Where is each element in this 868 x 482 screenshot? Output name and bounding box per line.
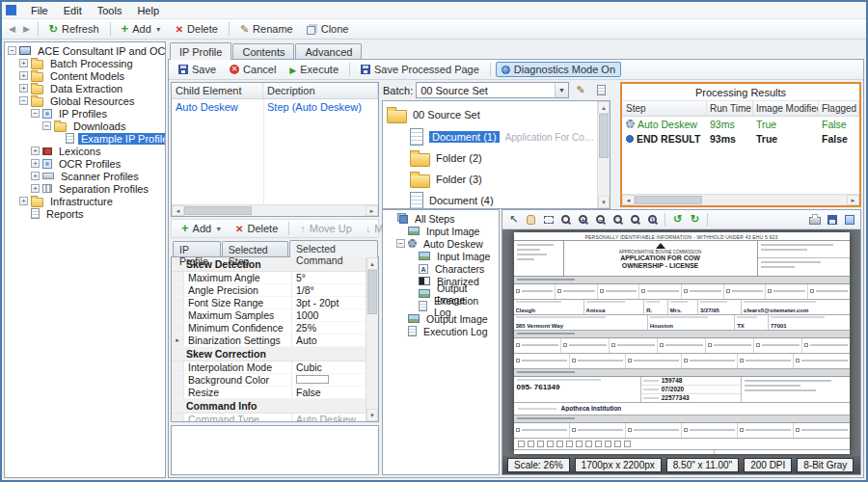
execute-button[interactable]: Execute xyxy=(284,62,344,77)
property-row-maximum-angle[interactable]: Maximum Angle5° xyxy=(172,272,366,284)
expander-icon[interactable]: − xyxy=(396,239,405,248)
property-row-angle-precision[interactable]: Angle Precision1/8° xyxy=(172,284,366,297)
expander-icon[interactable]: + xyxy=(31,159,40,168)
expander-icon[interactable]: + xyxy=(19,84,28,93)
save-view-icon[interactable] xyxy=(824,212,840,228)
scroll-right-icon[interactable]: ► xyxy=(847,195,859,205)
property-value[interactable]: 1/8° xyxy=(292,284,366,296)
menu-help[interactable]: Help xyxy=(129,3,167,18)
menu-tools[interactable]: Tools xyxy=(90,3,130,18)
property-row-interpolation-mode[interactable]: Interpolation ModeCubic xyxy=(172,362,366,374)
export-icon[interactable] xyxy=(841,212,857,228)
results-column-flagged[interactable]: Flagged xyxy=(819,101,859,116)
actual-size-icon[interactable]: 1 xyxy=(644,212,661,228)
expander-icon[interactable]: + xyxy=(19,71,28,80)
refresh-ccw-icon[interactable]: ↺ xyxy=(669,212,686,228)
results-horizontal-scrollbar[interactable]: ◄ ► xyxy=(622,194,859,205)
scroll-left-icon[interactable]: ◄ xyxy=(172,205,184,216)
tab-selected-command[interactable]: Selected Command xyxy=(289,240,378,257)
scroll-down-icon[interactable]: ▼ xyxy=(366,409,378,421)
results-row-auto-deskew[interactable]: Auto Deskew93msTrueFalse xyxy=(622,117,859,131)
zoom-in-icon[interactable]: + xyxy=(575,212,591,228)
property-section-command-info[interactable]: Command Info xyxy=(172,399,366,414)
expand-arrow-icon[interactable]: ▸ xyxy=(172,335,184,346)
nav-tree-item-downloads[interactable]: −Downloads xyxy=(5,120,165,132)
tab-selected-step[interactable]: Selected Step xyxy=(222,241,288,256)
fit-page-icon[interactable]: □ xyxy=(610,212,626,228)
batch-tree-scrollbar[interactable]: ▲ ▼ xyxy=(597,101,610,208)
color-swatch[interactable] xyxy=(296,375,329,384)
property-value[interactable] xyxy=(292,374,366,386)
batch-item-document-1-[interactable]: Document (1)Application For Cow Ownershi… xyxy=(387,126,595,147)
batch-edit-icon[interactable]: ✎ xyxy=(572,82,589,98)
scrollbar-track[interactable] xyxy=(366,314,378,409)
expander-icon[interactable]: + xyxy=(31,147,40,155)
cancel-button[interactable]: Cancel xyxy=(224,62,282,77)
scrollbar-track[interactable] xyxy=(702,195,847,205)
scroll-down-icon[interactable]: ▼ xyxy=(598,196,610,208)
save-button[interactable]: Save xyxy=(173,62,222,77)
delete-button[interactable]: Delete xyxy=(170,21,224,37)
tab-advanced[interactable]: Advanced xyxy=(295,43,362,59)
scroll-up-icon[interactable]: ▲ xyxy=(598,101,610,114)
history-forward-button[interactable]: ▶ xyxy=(20,24,33,34)
steps-tree-item-characters[interactable]: Characters xyxy=(383,262,499,275)
dropdown-arrow-icon[interactable]: ▼ xyxy=(155,26,162,33)
rename-button[interactable]: Rename xyxy=(234,21,299,38)
nav-tree-item-global-resources[interactable]: −Global Resources xyxy=(5,94,165,107)
expander-icon[interactable]: − xyxy=(19,96,28,105)
scroll-up-icon[interactable]: ▲ xyxy=(366,257,378,270)
scrollbar-thumb[interactable] xyxy=(635,196,702,204)
steps-tree-item-all-steps[interactable]: All Steps xyxy=(383,212,499,225)
property-value[interactable]: False xyxy=(292,387,366,398)
expander-icon[interactable]: + xyxy=(31,172,40,180)
chevron-down-icon[interactable]: ▼ xyxy=(555,83,568,97)
zoom-out-icon[interactable]: − xyxy=(592,212,609,228)
scroll-left-icon[interactable]: ◄ xyxy=(622,195,635,205)
property-section-skew-correction[interactable]: Skew Correction xyxy=(172,347,366,362)
save-processed-page-button[interactable]: Save Processed Page xyxy=(355,62,485,77)
expander-icon[interactable]: + xyxy=(19,59,28,67)
select-icon[interactable]: ↖ xyxy=(505,212,522,228)
property-value[interactable]: 1000 xyxy=(292,309,366,321)
print-icon[interactable] xyxy=(806,212,823,228)
dropdown-arrow-icon[interactable]: ▼ xyxy=(215,226,222,232)
property-value[interactable]: Auto Deskew xyxy=(292,414,366,421)
batch-item-folder-3-[interactable]: Folder (3) xyxy=(387,169,595,190)
menu-edit[interactable]: Edit xyxy=(56,3,90,18)
property-value[interactable]: Auto xyxy=(292,335,366,346)
expander-icon[interactable]: + xyxy=(31,184,40,193)
clone-button[interactable]: Clone xyxy=(301,21,355,37)
nav-tree-item-infrastructure[interactable]: +Infrastructure xyxy=(5,195,165,207)
nav-tree-item-ocr-profiles[interactable]: +OCR Profiles xyxy=(5,157,165,170)
column-header-decription[interactable]: Decription xyxy=(263,83,378,98)
menu-file[interactable]: File xyxy=(23,3,56,18)
tab-contents[interactable]: Contents xyxy=(232,43,294,59)
expander-icon[interactable]: + xyxy=(19,197,28,205)
property-value[interactable]: 5° xyxy=(292,272,366,283)
scroll-right-icon[interactable]: ► xyxy=(366,205,378,216)
magnifier-icon[interactable] xyxy=(557,212,574,228)
batch-page-icon[interactable] xyxy=(592,82,610,98)
property-value[interactable]: 25% xyxy=(292,322,366,334)
zoom-rect-icon[interactable] xyxy=(540,212,556,228)
scrollbar-thumb[interactable] xyxy=(367,270,377,314)
tab-ip-profile[interactable]: IP Profile xyxy=(173,241,221,256)
results-column-step[interactable]: Step xyxy=(622,101,707,116)
diagnostics-mode-on-button[interactable]: Diagnostics Mode On xyxy=(496,62,621,77)
steps-tree-item-input-image[interactable]: Input Image xyxy=(383,225,499,237)
property-value[interactable]: 3pt - 20pt xyxy=(292,297,366,308)
nav-tree-item-ip-profiles[interactable]: −IP Profiles xyxy=(5,107,165,120)
property-row-background-color[interactable]: Background Color xyxy=(172,374,366,387)
history-back-button[interactable]: ◀ xyxy=(6,24,18,34)
expander-icon[interactable]: − xyxy=(42,121,51,130)
nav-tree-item-scanner-profiles[interactable]: +Scanner Profiles xyxy=(5,170,165,182)
results-column-run-time[interactable]: Run Time xyxy=(707,101,753,116)
nav-tree-item-lexicons[interactable]: +Lexicons xyxy=(5,145,165,157)
steps-tree-item-auto-deskew[interactable]: −Auto Deskew xyxy=(383,237,499,250)
expander-icon[interactable]: − xyxy=(8,46,16,55)
property-value[interactable]: Cubic xyxy=(292,362,366,373)
property-grid-scrollbar[interactable]: ▲ ▼ xyxy=(366,257,378,421)
steps-tree-item-output-image[interactable]: Output Image xyxy=(383,312,499,325)
property-row-minimum-confidence[interactable]: Minimum Confidence25% xyxy=(172,322,366,335)
